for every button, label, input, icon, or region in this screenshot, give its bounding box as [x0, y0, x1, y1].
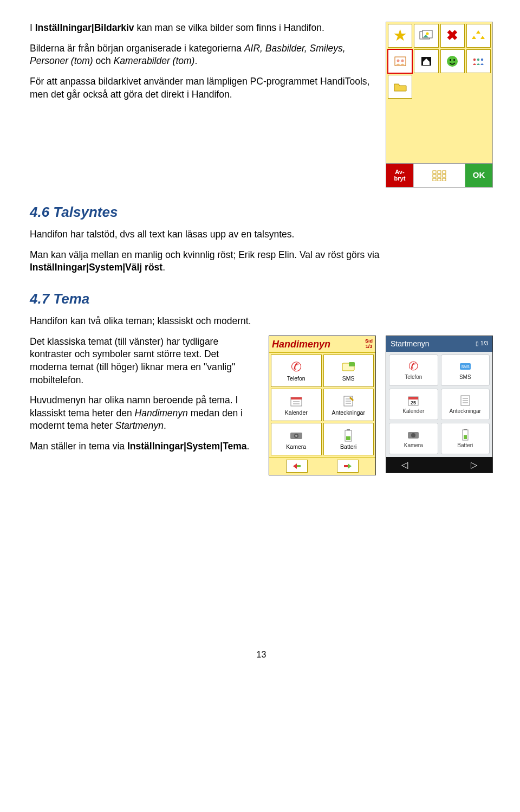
svg-point-5 [401, 60, 404, 62]
tile-people-icon[interactable] [388, 49, 412, 73]
svg-point-8 [450, 59, 451, 61]
svg-text:25: 25 [411, 400, 416, 405]
modern-tile-kamera[interactable]: Kamera [389, 423, 438, 454]
svg-point-2 [426, 33, 428, 35]
battery-icon [462, 428, 469, 442]
classic-tile-telefon[interactable]: ✆Telefon [271, 355, 322, 387]
classic-tile-kamera[interactable]: Kamera [271, 423, 322, 455]
svg-point-50 [411, 433, 415, 437]
heading-tema: 4.7 Tema [30, 289, 493, 308]
camera-icon [289, 428, 303, 443]
notes-icon [460, 394, 471, 408]
talsyntes-p2: Man kan välja mellan en manlig och kvinn… [30, 249, 493, 274]
tema-p4: Man ställer in tema via Inställningar|Sy… [30, 440, 259, 453]
ok-button[interactable]: OK [465, 164, 492, 187]
svg-rect-20 [438, 178, 441, 181]
modern-page: ▯ 1/3 [476, 340, 488, 347]
cancel-button[interactable]: Av- bryt [386, 164, 413, 187]
svg-rect-3 [395, 57, 406, 66]
svg-text:SMS: SMS [461, 365, 470, 369]
svg-rect-43 [408, 397, 418, 399]
battery-icon [344, 428, 352, 443]
tile-star-icon[interactable]: ★ [388, 24, 412, 48]
svg-rect-14 [438, 171, 441, 173]
svg-rect-38 [297, 465, 301, 467]
svg-point-9 [453, 59, 455, 61]
svg-rect-19 [433, 178, 436, 181]
svg-rect-16 [433, 175, 436, 177]
svg-point-7 [447, 56, 458, 67]
modern-prev-button[interactable]: ◁ [401, 459, 408, 471]
svg-point-10 [473, 59, 476, 61]
svg-rect-15 [443, 171, 446, 173]
svg-point-34 [295, 435, 297, 437]
svg-rect-25 [291, 397, 302, 399]
svg-point-12 [481, 59, 483, 61]
svg-rect-21 [443, 178, 446, 181]
svg-rect-23 [349, 362, 355, 366]
tile-folder-icon[interactable] [388, 75, 412, 99]
modern-tile-anteckningar[interactable]: Anteckningar [441, 389, 490, 420]
classic-title: Handimenyn [272, 338, 330, 351]
tile-home-icon[interactable] [414, 49, 438, 73]
modern-title: Startmenyn [391, 339, 430, 349]
classic-tile-batteri[interactable]: Batteri [323, 423, 374, 455]
modern-tile-sms[interactable]: SMSSMS [441, 355, 490, 386]
svg-rect-13 [433, 171, 436, 173]
tile-group-icon[interactable] [466, 49, 491, 73]
classic-tile-sms[interactable]: SMS [323, 355, 374, 387]
tile-arrows-icon[interactable] [466, 24, 491, 48]
page-number: 13 [30, 649, 493, 661]
camera-icon [407, 428, 420, 442]
notes-icon [342, 394, 354, 409]
svg-rect-37 [346, 436, 350, 440]
classic-prev-button[interactable] [286, 460, 308, 473]
sms-icon: SMS [459, 359, 472, 373]
svg-point-11 [477, 59, 479, 61]
modern-tile-kalender[interactable]: 25Kalender [389, 389, 438, 420]
classic-device: Handimenyn Sid1/3 ✆Telefon SMS Kalender … [269, 336, 376, 475]
bildarkiv-p3: För att anpassa bildarkivet använder man… [30, 75, 373, 101]
heading-talsyntes: 4.6 Talsyntes [30, 203, 493, 222]
modern-tile-telefon[interactable]: ✆Telefon [389, 355, 438, 386]
tema-p3: Huvudmenyn har olika namn beroende på te… [30, 394, 259, 433]
classic-tile-kalender[interactable]: Kalender [271, 389, 322, 421]
modern-tile-batteri[interactable]: Batteri [441, 423, 490, 454]
calendar-icon [290, 394, 303, 409]
svg-rect-18 [443, 175, 446, 177]
tema-p1: Handifon kan två olika teman; klassiskt … [30, 315, 493, 328]
talsyntes-p1: Handifon har talstöd, dvs all text kan l… [30, 228, 493, 241]
archive-device: ★ ✖ [386, 22, 493, 188]
tile-x-icon[interactable]: ✖ [440, 24, 465, 48]
phone-icon: ✆ [291, 359, 302, 375]
grid-button[interactable] [413, 164, 465, 187]
classic-tile-anteckningar[interactable]: Anteckningar [323, 389, 374, 421]
bildarkiv-p2: Bilderna är från början organiserade i k… [30, 42, 373, 68]
tile-smiley-icon[interactable] [440, 49, 465, 73]
classic-next-button[interactable] [337, 460, 359, 473]
modern-device: Startmenyn ▯ 1/3 ✆Telefon SMSSMS 25Kalen… [386, 336, 493, 473]
phone-icon: ✆ [408, 359, 418, 373]
bildarkiv-p1: I Inställningar|Bildarkiv kan man se vil… [30, 22, 373, 35]
tema-p2: Det klassiska temat (till vänster) har t… [30, 336, 259, 387]
svg-point-4 [396, 60, 399, 62]
svg-rect-53 [464, 435, 467, 439]
classic-page: Sid1/3 [365, 339, 373, 349]
modern-next-button[interactable]: ▷ [471, 459, 477, 471]
svg-rect-17 [438, 175, 441, 177]
svg-rect-39 [344, 465, 348, 467]
tile-pictures-icon[interactable] [414, 24, 438, 48]
sms-icon [341, 359, 355, 375]
calendar-icon: 25 [407, 394, 419, 408]
